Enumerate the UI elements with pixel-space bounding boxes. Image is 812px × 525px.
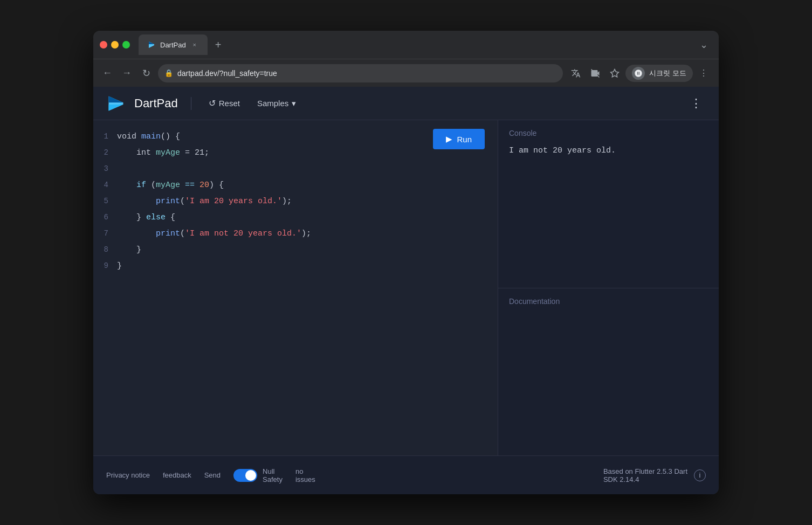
feedback-link[interactable]: feedback — [163, 471, 191, 479]
translate-icon[interactable] — [567, 65, 584, 82]
null-safety-toggle-group: NullSafety — [233, 467, 283, 483]
right-panel: Console I am not 20 years old. Documenta… — [498, 120, 719, 455]
svg-marker-6 — [109, 104, 123, 110]
incognito-avatar — [632, 67, 645, 80]
tab-title: DartPad — [160, 41, 186, 49]
code-line-7: 7 print('I am not 20 years old.'); — [102, 226, 489, 242]
incognito-button[interactable]: 시크릿 모드 — [625, 65, 693, 82]
maximize-button[interactable] — [122, 41, 130, 49]
issues-status: noissues — [295, 467, 315, 483]
more-menu-button[interactable]: ⋮ — [686, 94, 706, 113]
svg-marker-1 — [149, 42, 154, 44]
code-editor[interactable]: ▶ Run 1 void main() { 2 int myAge = 21; — [93, 120, 498, 455]
dartpad-logo — [106, 94, 126, 113]
tab-menu-button[interactable]: ⌄ — [696, 37, 712, 53]
traffic-lights — [100, 41, 130, 49]
toolbar-icons: 시크릿 모드 ⋮ — [567, 65, 712, 82]
reset-label: Reset — [219, 99, 240, 108]
incognito-label: 시크릿 모드 — [649, 68, 686, 78]
lock-icon: 🔒 — [164, 69, 173, 77]
browser-window: DartPad × + ⌄ ← → ↻ 🔒 — [93, 31, 719, 494]
code-line-8: 8 } — [102, 242, 489, 258]
new-tab-button[interactable]: + — [210, 36, 227, 53]
documentation-title: Documentation — [509, 297, 708, 306]
address-input[interactable] — [158, 64, 563, 82]
dartpad-title: DartPad — [134, 96, 178, 110]
header-divider — [191, 97, 191, 110]
svg-marker-5 — [109, 96, 123, 102]
run-label: Run — [457, 135, 472, 144]
documentation-section: Documentation — [498, 288, 719, 456]
tab-close-button[interactable]: × — [190, 40, 199, 49]
code-area: 1 void main() { 2 int myAge = 21; 3 — [93, 129, 498, 274]
send-link[interactable]: Send — [204, 471, 221, 479]
flutter-sdk-info: Based on Flutter 2.5.3 DartSDK 2.14.4 — [603, 467, 687, 483]
code-line-1: 1 void main() { — [102, 129, 489, 145]
reset-icon: ↺ — [209, 98, 216, 108]
run-button-container: ▶ Run — [433, 129, 485, 149]
info-icon-button[interactable]: i — [694, 469, 706, 481]
main-content: ▶ Run 1 void main() { 2 int myAge = 21; — [93, 120, 719, 455]
reload-button[interactable]: ↻ — [139, 66, 154, 81]
samples-arrow-icon: ▾ — [292, 99, 296, 108]
title-bar: DartPad × + ⌄ — [93, 31, 719, 59]
code-line-2: 2 int myAge = 21; — [102, 145, 489, 161]
minimize-button[interactable] — [111, 41, 119, 49]
samples-button[interactable]: Samples ▾ — [253, 95, 300, 112]
run-icon: ▶ — [446, 134, 452, 144]
camera-off-icon[interactable] — [587, 65, 604, 82]
code-line-9: 9 } — [102, 258, 489, 274]
footer: Privacy notice feedback Send NullSafety … — [93, 455, 719, 494]
chrome-menu-button[interactable]: ⋮ — [695, 65, 712, 82]
svg-marker-3 — [611, 69, 619, 77]
console-output: I am not 20 years old. — [509, 146, 708, 155]
address-input-wrapper[interactable]: 🔒 — [158, 64, 563, 82]
null-safety-toggle[interactable] — [233, 469, 257, 482]
console-title: Console — [509, 129, 708, 137]
active-tab[interactable]: DartPad × — [139, 34, 208, 55]
close-button[interactable] — [100, 41, 107, 49]
code-line-4: 4 if (myAge == 20) { — [102, 177, 489, 194]
code-line-3: 3 — [102, 161, 489, 177]
console-section: Console I am not 20 years old. — [498, 120, 719, 288]
footer-info: Based on Flutter 2.5.3 DartSDK 2.14.4 i — [603, 467, 706, 483]
back-button[interactable]: ← — [100, 66, 115, 81]
reset-button[interactable]: ↺ Reset — [204, 95, 244, 112]
null-safety-label: NullSafety — [263, 467, 283, 483]
code-line-5: 5 print('I am 20 years old.'); — [102, 194, 489, 210]
app-header: DartPad ↺ Reset Samples ▾ ⋮ — [93, 87, 719, 120]
code-line-6: 6 } else { — [102, 210, 489, 226]
privacy-notice-link[interactable]: Privacy notice — [106, 471, 150, 479]
forward-button[interactable]: → — [119, 66, 134, 81]
tab-bar: DartPad × + — [139, 34, 691, 55]
run-button[interactable]: ▶ Run — [433, 129, 485, 149]
samples-label: Samples — [257, 99, 288, 108]
star-icon[interactable] — [606, 65, 623, 82]
address-bar: ← → ↻ 🔒 — [93, 59, 719, 87]
tab-favicon — [147, 40, 156, 49]
